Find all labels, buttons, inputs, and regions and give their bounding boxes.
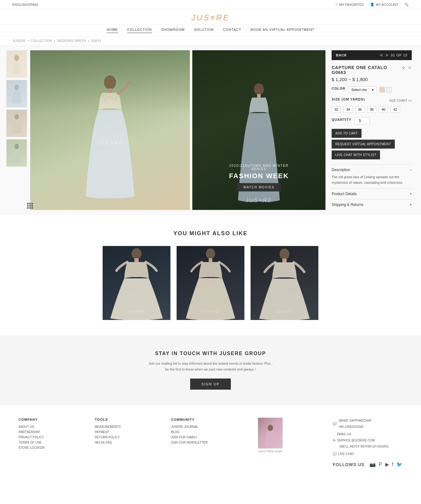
svg-rect-9 (134, 258, 139, 262)
main-image-2[interactable]: 2020/21AUTUMN AND WINTER SERIES FASHION … (192, 50, 325, 210)
also-like-card-3[interactable]: JUSERE (251, 246, 318, 320)
live-chat-button[interactable]: LIVE CHAT WITH STYLIST (332, 150, 380, 159)
footer-photo (258, 418, 283, 449)
breadcrumb-collection[interactable]: COLLECTION (31, 39, 52, 43)
footer-grid: COMPANY ABOUT US PARTNERSHIP PRIVACY POL… (18, 418, 403, 469)
share-icon[interactable]: ⊹ (402, 65, 405, 70)
virtual-appointment-button[interactable]: REQUEST VIRTUAL APPOINTMENT (332, 140, 395, 149)
accordion-shipping: Shipping & Returns + (332, 199, 412, 210)
color-swatch-nude[interactable] (379, 87, 385, 92)
facebook-icon[interactable]: f (392, 460, 393, 469)
breadcrumb-wedding-dress[interactable]: WEDDING DRESS (57, 39, 86, 43)
nav-contact[interactable]: CONTACT (223, 28, 241, 33)
footer-link-blog[interactable]: BLOG (171, 430, 208, 434)
favorites-link[interactable]: ☆ MY FAVORITES (335, 2, 364, 6)
footer-link-join-family[interactable]: JOIN OUR FAMILY (171, 436, 208, 439)
fashion-overlay: 2020/21AUTUMN AND WINTER SERIES FASHION … (226, 164, 292, 191)
footer-link-help[interactable]: HELP& FAQ (95, 441, 121, 444)
instagram-icon[interactable]: 📷 (370, 460, 376, 469)
footer-link-return[interactable]: RETURN POLICY (95, 436, 121, 439)
nav-collection[interactable]: COLLECTION (127, 28, 152, 33)
next-arrow[interactable]: > (386, 53, 388, 58)
live-chat-label[interactable]: LIVE CHAT (338, 451, 354, 457)
footer-company: COMPANY ABOUT US PARTNERSHIP PRIVACY POL… (18, 418, 44, 469)
size-34[interactable]: 34 (343, 106, 353, 113)
size-36[interactable]: 36 (355, 106, 365, 113)
footer-contact: 💬 JWHAT SAPP/WECHAT +86-13562201946 ✉ EM… (333, 418, 403, 469)
accordion-plus-icon-2: + (410, 203, 412, 207)
description-text: The roll grass lace of Linlang spreads o… (332, 174, 412, 185)
thumbnail-3[interactable] (6, 109, 27, 137)
svg-point-12 (280, 248, 289, 260)
also-like-card-1[interactable]: JUSERE (103, 246, 170, 320)
thumbnail-4[interactable] (6, 139, 27, 167)
size-42[interactable]: 42 (390, 106, 400, 113)
footer-link-store[interactable]: STORE LOCATOR (18, 446, 44, 449)
main-image-1[interactable]: JUS≡RE (30, 50, 190, 210)
footer-link-privacy[interactable]: PRIVACY POLICY (18, 436, 44, 439)
svg-point-10 (206, 248, 215, 259)
svg-point-1 (14, 84, 19, 90)
svg-rect-13 (282, 259, 287, 262)
svg-point-3 (14, 144, 19, 149)
email-address[interactable]: SERVICE @JUSERE.COM (337, 437, 391, 444)
thumbnail-2[interactable] (6, 80, 27, 108)
fashion-title: FASHION WEEK (226, 172, 292, 180)
back-bar: BACK < > 01 OF 15 (332, 50, 412, 60)
logo[interactable]: JUS≡RE (0, 13, 421, 23)
signup-button[interactable]: SIGN UP (190, 379, 231, 390)
footer-link-terms[interactable]: TERMS OF USE (18, 441, 44, 444)
account-link[interactable]: 👤 MY ACCOUNT (370, 2, 398, 6)
accordion-shipping-header[interactable]: Shipping & Returns + (332, 203, 412, 207)
twitter-icon[interactable]: 🐦 (396, 460, 403, 469)
svg-rect-7 (257, 94, 261, 97)
nav-appointment[interactable]: BOOK AN VIRTUAL APPOINTMENT (251, 28, 314, 33)
color-select[interactable]: Select clor (349, 86, 376, 93)
prev-arrow[interactable]: < (380, 53, 383, 58)
footer-link-measurements[interactable]: MEASUREMENTS (95, 425, 121, 428)
back-button[interactable]: BACK (336, 53, 347, 57)
site-header: JUS≡RE (0, 9, 421, 25)
also-like-img-2: JUSERE (177, 246, 244, 320)
whatsapp-number[interactable]: +86-13562201946 (338, 424, 372, 430)
footer-link-about[interactable]: ABOUT US (18, 425, 44, 428)
pinterest-icon[interactable]: P (379, 460, 382, 469)
footer-tools: TOOLS MEASUREMENTS PAYMENT RETURN POLICY… (95, 418, 121, 469)
footer-tools-heading: TOOLS (95, 418, 121, 421)
also-like-section: YOU MIGHT ALSO LIKE JUSERE (0, 215, 421, 335)
language-selector[interactable]: ENGLISH/SPAIN (12, 3, 38, 6)
watch-movies-button[interactable]: WATCH MOVIES (237, 183, 280, 191)
color-swatch-white[interactable] (386, 87, 392, 92)
also-like-watermark-1: JUSERE (127, 309, 145, 314)
nav-solution[interactable]: SOLUTION (194, 28, 214, 33)
product-section: JUS≡RE 2020/21AUTUMN AND WINTER SERIES F… (0, 45, 421, 215)
svg-point-0 (14, 55, 19, 61)
size-38[interactable]: 38 (367, 106, 376, 113)
footer-link-payment[interactable]: PAYMENT (95, 430, 121, 434)
youtube-icon[interactable]: ▶ (385, 460, 389, 469)
accordion-description-header[interactable]: Description − (332, 168, 412, 172)
footer-link-newsletter[interactable]: JOIN OUR NEWSLETTER (171, 441, 208, 444)
breadcrumb-jusere[interactable]: JUSERE (12, 39, 26, 43)
size-row-header: SIZE (GM YARDS) SIZE CHART >> (332, 97, 412, 104)
wishlist-icon[interactable]: ☆ (408, 65, 412, 70)
nav-showroom[interactable]: SHOWROOM (161, 28, 185, 33)
photo-caption: Jusere Photo studio (258, 450, 283, 453)
accordion-description: Description − The roll grass lace of Lin… (332, 164, 412, 188)
size-32[interactable]: 32 (332, 106, 341, 113)
add-to-cart-button[interactable]: ADD TO CART (332, 129, 362, 138)
nav-home[interactable]: HOME (107, 28, 118, 33)
quantity-input[interactable] (354, 117, 370, 125)
also-like-card-2[interactable]: JUSERE (177, 246, 244, 320)
watermark-1: JUS≡RE (96, 140, 124, 146)
size-40[interactable]: 40 (379, 106, 388, 113)
footer-link-journal[interactable]: JUSERE JOURNAL (171, 425, 208, 428)
top-bar: ENGLISH/SPAIN ☆ MY FAVORITES 👤 MY ACCOUN… (0, 0, 421, 9)
thumbnail-1[interactable] (6, 50, 27, 78)
also-like-grid: JUSERE JUSERE (25, 246, 396, 320)
footer-link-partnership[interactable]: PARTNERSHIP (18, 430, 44, 434)
size-chart-link[interactable]: SIZE CHART >> (389, 99, 412, 102)
grid-view-icon[interactable] (27, 203, 33, 209)
search-icon[interactable]: 🔍 (404, 2, 409, 6)
accordion-product-details-header[interactable]: Product Details + (332, 192, 412, 196)
